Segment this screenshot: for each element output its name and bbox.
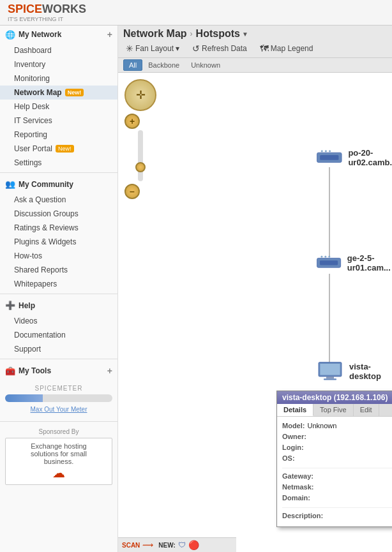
map-legend-button[interactable]: 🗺 Map Legend: [257, 42, 316, 55]
network-section-icon: 🌐: [5, 30, 15, 40]
connector-2-3: [329, 274, 330, 363]
popup-tab-edit[interactable]: Edit: [354, 404, 379, 416]
new-shield-icon[interactable]: 🛡: [178, 541, 186, 549]
popup-divider-2: [282, 507, 392, 508]
sidebar-item-settings[interactable]: Settings: [0, 156, 117, 170]
popup-title: vista-desktop (192.168.1.106): [282, 393, 388, 402]
sidebar-item-documentation[interactable]: Documentation: [0, 328, 117, 342]
scan-icon[interactable]: ⟿: [142, 541, 153, 549]
svg-rect-13: [324, 378, 336, 380]
map-legend-icon: 🗺: [260, 43, 269, 54]
zoom-handle[interactable]: [135, 162, 146, 172]
network-map-badge: New!: [65, 89, 84, 96]
popup-divider: [282, 468, 392, 468]
filter-tab-backbone[interactable]: Backbone: [142, 59, 185, 71]
popup-tabs: Details Top Five Edit: [277, 404, 392, 417]
popup-field-netmask: Netmask:: [282, 483, 388, 491]
node-ge-2-5-ur01[interactable]: ge-2-5-ur01.cam...: [316, 251, 392, 274]
popup-field-domain: Domain:: [282, 494, 388, 502]
fan-layout-arrow: ▾: [176, 44, 179, 53]
sidebar-divider-2: [0, 294, 117, 294]
pan-control[interactable]: ✛: [124, 79, 156, 111]
help-section-icon: ➕: [5, 301, 15, 310]
sidebar-section-network[interactable]: 🌐 My Network +: [0, 26, 117, 43]
spicemeter-bar: [5, 394, 112, 402]
sidebar-item-network-map[interactable]: Network Map New!: [0, 86, 117, 100]
sidebar-item-user-portal[interactable]: User Portal New!: [0, 142, 117, 156]
sidebar-item-ask-question[interactable]: Ask a Question: [0, 193, 117, 207]
sidebar-item-whitepapers[interactable]: Whitepapers: [0, 277, 117, 291]
sidebar-item-support[interactable]: Support: [0, 342, 117, 356]
node-label-3: vista-desktop: [349, 362, 392, 381]
device-popup: vista-desktop (192.168.1.106) ✕ Details …: [276, 391, 392, 527]
spicemeter-link[interactable]: Max Out Your Meter: [31, 406, 87, 413]
bottom-bar: SCAN ⟿ NEW: 🛡 🔴: [118, 537, 236, 552]
fan-layout-button[interactable]: ✳ Fan Layout ▾: [123, 42, 182, 55]
sidebar-item-it-services[interactable]: IT Services: [0, 114, 117, 128]
refresh-data-button[interactable]: ↺ Refresh Data: [190, 42, 250, 55]
svg-point-4: [329, 150, 331, 152]
add-tools-icon[interactable]: +: [107, 366, 112, 376]
node-vista-desktop[interactable]: vista-desktop: [316, 359, 392, 384]
filter-tabs: All Backbone Unknown: [118, 58, 392, 73]
svg-point-7: [320, 256, 322, 258]
zoom-out-button[interactable]: –: [124, 184, 140, 199]
node-po-20-ur02[interactable]: po-20-ur02.camb...: [316, 146, 392, 168]
sidebar-item-dashboard[interactable]: Dashboard: [0, 43, 117, 57]
breadcrumb: Network Map › Hotspots ▼: [123, 28, 387, 40]
sidebar-item-discussion-groups[interactable]: Discussion Groups: [0, 207, 117, 221]
popup-tab-top-five[interactable]: Top Five: [313, 404, 354, 416]
spicemeter-section: SPICEMETER Max Out Your Meter: [0, 380, 117, 419]
new-plus-icon[interactable]: 🔴: [188, 540, 199, 550]
popup-tab-details[interactable]: Details: [277, 404, 313, 416]
logo-tagline: IT'S EVERYTHING IT: [8, 16, 86, 22]
sidebar: 🌐 My Network + Dashboard Inventory Monit…: [0, 26, 118, 552]
add-network-icon[interactable]: +: [107, 29, 112, 40]
svg-rect-11: [320, 364, 340, 375]
sidebar-section-network-label: My Network: [19, 30, 61, 39]
desktop-icon: [316, 359, 344, 384]
filter-tab-all[interactable]: All: [123, 59, 142, 71]
user-portal-badge: New!: [56, 145, 74, 153]
sidebar-section-community[interactable]: 👥 My Community: [0, 175, 117, 193]
breadcrumb-parent: Network Map: [123, 28, 187, 40]
sidebar-item-plugins-widgets[interactable]: Plugins & Widgets: [0, 235, 117, 249]
svg-rect-12: [326, 377, 334, 378]
spicemeter-label: SPICEMETER: [5, 385, 112, 392]
popup-content: Model: Unknown Serial Num: vista-desktop…: [277, 417, 392, 526]
sidebar-item-shared-reports[interactable]: Shared Reports: [0, 263, 117, 277]
sidebar-section-help-label: Help: [19, 301, 35, 310]
sidebar-item-inventory[interactable]: Inventory: [0, 57, 117, 71]
sidebar-section-community-label: My Community: [19, 180, 73, 189]
filter-tab-unknown[interactable]: Unknown: [185, 59, 226, 71]
community-section-icon: 👥: [5, 179, 15, 189]
fan-layout-icon: ✳: [126, 43, 133, 54]
sidebar-item-reporting[interactable]: Reporting: [0, 128, 117, 142]
sidebar-divider-1: [0, 172, 117, 173]
breadcrumb-dropdown-icon[interactable]: ▼: [242, 31, 248, 38]
sidebar-item-help-desk[interactable]: Help Desk: [0, 100, 117, 114]
logo-spice: SPICE: [8, 3, 42, 15]
pan-icon: ✛: [136, 88, 146, 102]
logo-works: WORKS: [42, 3, 86, 15]
svg-rect-6: [320, 260, 338, 265]
sidebar-section-help[interactable]: ➕ Help: [0, 297, 117, 314]
sidebar-item-how-tos[interactable]: How-tos: [0, 249, 117, 263]
sidebar-section-tools-label: My Tools: [19, 366, 51, 375]
sidebar-item-videos[interactable]: Videos: [0, 314, 117, 328]
zoom-slider[interactable]: [138, 130, 143, 181]
sidebar-item-monitoring[interactable]: Monitoring: [0, 71, 117, 86]
sponsored-label: Sponsored By: [5, 428, 112, 435]
svg-point-9: [328, 256, 330, 258]
svg-rect-1: [320, 155, 338, 160]
sidebar-item-ratings-reviews[interactable]: Ratings & Reviews: [0, 221, 117, 235]
scan-label: SCAN: [122, 542, 140, 549]
zoom-in-button[interactable]: +: [124, 114, 140, 129]
breadcrumb-separator: ›: [190, 29, 193, 38]
main-content: Network Map › Hotspots ▼ ✳ Fan Layout ▾ …: [118, 26, 392, 552]
app-logo: SPICEWORKS IT'S EVERYTHING IT: [8, 3, 86, 22]
spicemeter-fill: [5, 394, 43, 402]
sidebar-section-tools[interactable]: 🧰 My Tools +: [0, 362, 117, 380]
popup-field-description: Description:: [282, 512, 392, 519]
sponsored-ad[interactable]: Exchange hosting solutions for small bus…: [5, 438, 112, 485]
